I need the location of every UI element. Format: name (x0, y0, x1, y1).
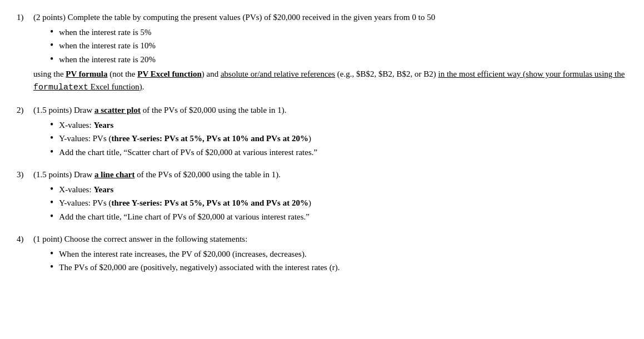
years-bold: Years (93, 121, 113, 129)
question-4-bullets: • When the interest rate increases, the … (50, 248, 627, 274)
main-content: 1) (2 points) Complete the table by comp… (17, 11, 627, 274)
bullet-item: • when the interest rate is 10% (50, 39, 627, 52)
bullet-text: when the interest rate is 10% (59, 39, 156, 52)
bullet-item: • When the interest rate increases, the … (50, 248, 627, 261)
question-4-header: 4) (1 point) Choose the correct answer i… (17, 233, 627, 246)
question-1-number: 1) (17, 11, 29, 24)
question-4-number: 4) (17, 233, 29, 246)
bullet-dot: • (50, 183, 53, 196)
question-1-bullets: • when the interest rate is 5% • when th… (50, 26, 627, 66)
bullet-item: • X-values: Years (50, 119, 627, 132)
question-4-text: (1 point) Choose the correct answer in t… (33, 233, 627, 246)
question-1-header: 1) (2 points) Complete the table by comp… (17, 11, 627, 24)
question-2: 2) (1.5 points) Draw a scatter plot of t… (17, 104, 627, 158)
bullet-text: When the interest rate increases, the PV… (59, 248, 306, 261)
pv-formula-label: PV formula (66, 69, 107, 78)
absolute-relative-label: absolute or/and relative references (221, 69, 335, 78)
bullet-dot: • (50, 39, 53, 52)
bullet-dot: • (50, 119, 53, 131)
bullet-item: • The PVs of $20,000 are (positively, ne… (50, 261, 627, 274)
years-bold-q3: Years (93, 185, 113, 194)
three-series-bold: three Y-series: PVs at 5%, PVs at 10% an… (111, 134, 308, 143)
formulatext-label: formulatext (33, 83, 88, 92)
pv-excel-label: PV Excel function (137, 69, 202, 78)
bullet-dot: • (50, 211, 53, 223)
bullet-text: X-values: Years (59, 119, 113, 132)
question-3: 3) (1.5 points) Draw a line chart of the… (17, 168, 627, 223)
bullet-item: • Add the chart title, “Line chart of PV… (50, 211, 627, 223)
bullet-text: when the interest rate is 20% (59, 53, 156, 66)
question-3-header: 3) (1.5 points) Draw a line chart of the… (17, 168, 627, 181)
bullet-text: Y-values: PVs (three Y-series: PVs at 5%… (59, 132, 311, 145)
bullet-dot: • (50, 146, 53, 158)
bullet-text: X-values: Years (59, 183, 113, 196)
bullet-dot: • (50, 132, 53, 144)
question-2-text: (1.5 points) Draw a scatter plot of the … (33, 104, 627, 117)
bullet-dot: • (50, 248, 53, 260)
question-1-additional: using the PV formula (not the PV Excel f… (33, 68, 627, 94)
bullet-dot: • (50, 261, 53, 273)
bullet-dot: • (50, 197, 53, 209)
bullet-item: • Y-values: PVs (three Y-series: PVs at … (50, 132, 627, 145)
bullet-text: when the interest rate is 5% (59, 26, 151, 39)
question-4: 4) (1 point) Choose the correct answer i… (17, 233, 627, 274)
bullet-text: Y-values: PVs (three Y-series: PVs at 5%… (59, 197, 311, 210)
bullet-item: • when the interest rate is 5% (50, 26, 627, 39)
question-3-bullets: • X-values: Years • Y-values: PVs (three… (50, 183, 627, 223)
bullet-dot: • (50, 53, 53, 66)
question-3-number: 3) (17, 168, 29, 181)
three-series-bold-q3: three Y-series: PVs at 5%, PVs at 10% an… (111, 198, 308, 207)
question-2-number: 2) (17, 104, 29, 117)
question-1: 1) (2 points) Complete the table by comp… (17, 11, 627, 94)
bullet-text: The PVs of $20,000 are (positively, nega… (59, 261, 340, 274)
bullet-item: • Y-values: PVs (three Y-series: PVs at … (50, 197, 627, 210)
bullet-dot: • (50, 26, 53, 38)
scatter-plot-label: a scatter plot (94, 106, 141, 114)
question-2-bullets: • X-values: Years • Y-values: PVs (three… (50, 119, 627, 159)
bullet-item: • when the interest rate is 20% (50, 53, 627, 66)
question-1-text: (2 points) Complete the table by computi… (33, 11, 627, 24)
question-3-text: (1.5 points) Draw a line chart of the PV… (33, 168, 627, 181)
bullet-text: Add the chart title, “Line chart of PVs … (59, 211, 309, 223)
question-2-header: 2) (1.5 points) Draw a scatter plot of t… (17, 104, 627, 117)
bullet-item: • X-values: Years (50, 183, 627, 196)
line-chart-label: a line chart (94, 170, 135, 179)
bullet-text: Add the chart title, “Scatter chart of P… (59, 146, 317, 159)
bullet-item: • Add the chart title, “Scatter chart of… (50, 146, 627, 159)
